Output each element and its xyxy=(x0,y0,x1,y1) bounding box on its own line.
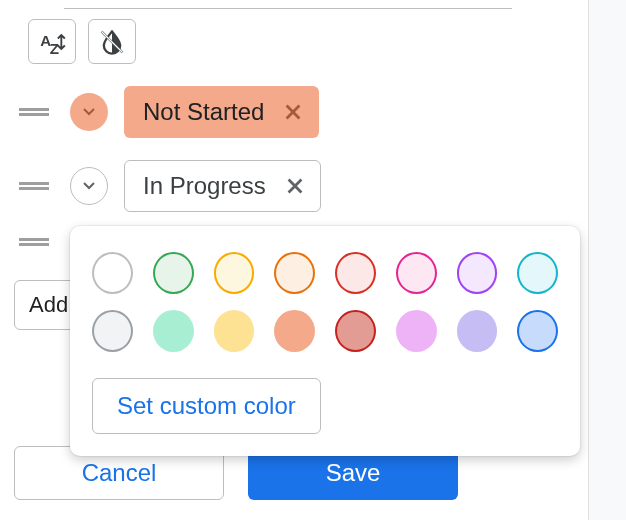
color-swatch[interactable] xyxy=(335,252,376,294)
invert-colors-off-button[interactable] xyxy=(88,19,136,64)
color-picker: Set custom color xyxy=(70,226,580,456)
color-swatch[interactable] xyxy=(153,252,194,294)
drag-handle[interactable] xyxy=(14,108,54,116)
swatch-row xyxy=(92,310,558,352)
color-swatch[interactable] xyxy=(92,252,133,294)
color-swatch[interactable] xyxy=(396,252,437,294)
custom-color-label: Set custom color xyxy=(117,392,296,419)
toolbar: AZ xyxy=(28,19,574,64)
color-trigger[interactable] xyxy=(70,93,108,131)
color-swatch[interactable] xyxy=(457,252,498,294)
color-swatch[interactable] xyxy=(214,310,255,352)
dropdown-editor: AZ Not StartedIn Progress Add Cancel Sav… xyxy=(0,0,588,520)
color-swatch[interactable] xyxy=(92,310,133,352)
color-swatch[interactable] xyxy=(274,252,315,294)
color-swatch[interactable] xyxy=(153,310,194,352)
svg-text:Z: Z xyxy=(50,39,59,55)
color-swatch[interactable] xyxy=(335,310,376,352)
color-swatch[interactable] xyxy=(396,310,437,352)
option-label: In Progress xyxy=(143,172,266,200)
cancel-label: Cancel xyxy=(82,459,157,486)
close-icon[interactable] xyxy=(284,175,306,197)
sort-button[interactable]: AZ xyxy=(28,19,76,64)
option-chip[interactable]: Not Started xyxy=(124,86,319,138)
option-label: Not Started xyxy=(143,98,264,126)
swatch-row xyxy=(92,252,558,294)
color-swatch[interactable] xyxy=(457,310,498,352)
add-label: Add xyxy=(29,292,68,317)
side-panel xyxy=(588,0,626,520)
color-swatch[interactable] xyxy=(517,310,558,352)
drag-handle[interactable] xyxy=(14,182,54,190)
color-swatch[interactable] xyxy=(274,310,315,352)
close-icon[interactable] xyxy=(282,101,304,123)
color-swatch[interactable] xyxy=(517,252,558,294)
save-label: Save xyxy=(326,459,381,486)
color-swatch[interactable] xyxy=(214,252,255,294)
drag-handle[interactable] xyxy=(14,238,54,246)
option-row: Not Started xyxy=(14,86,574,138)
option-row: In Progress xyxy=(14,160,574,212)
option-chip[interactable]: In Progress xyxy=(124,160,321,212)
separator xyxy=(64,8,512,9)
set-custom-color-button[interactable]: Set custom color xyxy=(92,378,321,434)
color-trigger[interactable] xyxy=(70,167,108,205)
